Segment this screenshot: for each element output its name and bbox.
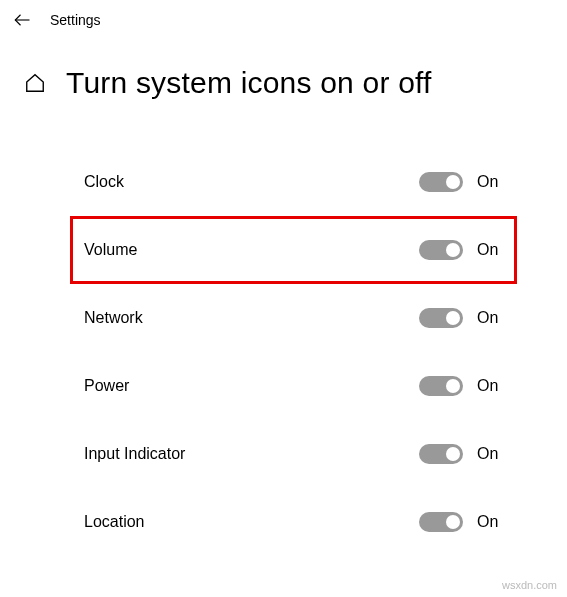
setting-label: Clock [84, 173, 124, 191]
toggle-group: On [419, 172, 507, 192]
back-button[interactable] [12, 10, 32, 30]
toggle-group: On [419, 240, 507, 260]
home-icon [24, 72, 46, 94]
setting-row-clock: Clock On [70, 148, 517, 216]
toggle-network[interactable] [419, 308, 463, 328]
home-button[interactable] [24, 72, 46, 94]
toggle-group: On [419, 444, 507, 464]
setting-row-volume: Volume On [70, 216, 517, 284]
toggle-state-label: On [477, 173, 507, 191]
setting-label: Power [84, 377, 129, 395]
toggle-clock[interactable] [419, 172, 463, 192]
toggle-power[interactable] [419, 376, 463, 396]
setting-label: Input Indicator [84, 445, 185, 463]
setting-row-power: Power On [70, 352, 517, 420]
toggle-state-label: On [477, 309, 507, 327]
header-bar: Settings [0, 0, 567, 38]
setting-row-network: Network On [70, 284, 517, 352]
toggle-state-label: On [477, 241, 507, 259]
settings-list: Clock On Volume On Network On Power On I… [0, 108, 567, 556]
toggle-group: On [419, 512, 507, 532]
toggle-group: On [419, 376, 507, 396]
app-title: Settings [50, 12, 101, 28]
toggle-volume[interactable] [419, 240, 463, 260]
setting-label: Network [84, 309, 143, 327]
toggle-location[interactable] [419, 512, 463, 532]
setting-row-location: Location On [70, 488, 517, 556]
toggle-group: On [419, 308, 507, 328]
toggle-input-indicator[interactable] [419, 444, 463, 464]
page-header: Turn system icons on or off [0, 38, 567, 108]
watermark: wsxdn.com [502, 579, 557, 591]
arrow-left-icon [13, 11, 31, 29]
toggle-state-label: On [477, 445, 507, 463]
toggle-state-label: On [477, 377, 507, 395]
setting-row-input-indicator: Input Indicator On [70, 420, 517, 488]
toggle-state-label: On [477, 513, 507, 531]
setting-label: Volume [84, 241, 137, 259]
page-title: Turn system icons on or off [66, 66, 432, 100]
setting-label: Location [84, 513, 145, 531]
